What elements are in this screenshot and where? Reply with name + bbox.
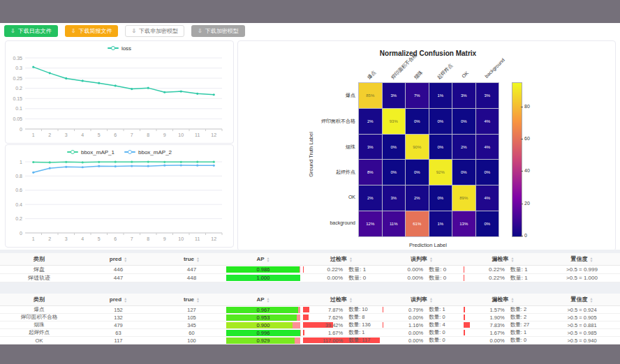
colorbar-tick-label: 60 — [524, 136, 530, 141]
pred-count: 63 — [78, 329, 158, 337]
y-tick-label: 0.35 — [13, 56, 22, 61]
metric-percent: 0.00% — [383, 330, 423, 336]
download-log-button[interactable]: ⇩ 下载日志文件 — [4, 25, 58, 37]
sorter-icon[interactable]: ▲▼ — [429, 257, 433, 262]
download-encrypted-model-button[interactable]: ⇩ 下载加密模型 — [191, 25, 245, 37]
y-tick-label: 0.3 — [15, 66, 22, 70]
class-name: 起焊炸点 — [0, 329, 78, 337]
ap-value: 0.929 — [226, 338, 300, 344]
cm-cell: 13% — [452, 211, 475, 236]
colorbar-tickmark — [521, 204, 523, 204]
misjudge-cell: 0.00%数量: 0 — [381, 274, 462, 282]
column-header-label: 类别 — [34, 255, 45, 263]
download-report-button[interactable]: ⇩ 下载简报文件 — [65, 25, 119, 37]
x-tick-label: 1 — [32, 132, 35, 137]
sorter-icon[interactable]: ▲▼ — [267, 257, 270, 262]
metric-percent: 7.87% — [303, 307, 343, 313]
cm-row-label: OK — [312, 195, 355, 199]
sorter-icon[interactable]: ▲▼ — [511, 297, 515, 303]
x-tick-label: 7 — [131, 236, 133, 241]
table-row: 焊盘4464470.9860.22%数量: 10.00%数量: 00.22%数量… — [0, 266, 620, 274]
column-header-6[interactable]: 漏检率▲▼ — [462, 253, 544, 266]
y-tick-label: 0 — [20, 127, 22, 132]
ap-cell: 1.000 — [225, 274, 302, 282]
x-tick-label: 4 — [81, 132, 84, 137]
sorter-icon[interactable]: ▲▼ — [429, 297, 433, 303]
series-line-bbox_mAP_2 — [34, 165, 214, 172]
pred-count: 152 — [78, 306, 158, 314]
class-name: OK — [0, 337, 78, 344]
column-header-1[interactable]: pred▲▼ — [78, 294, 158, 306]
column-header-label: 过检率 — [330, 296, 347, 303]
metric-count: 数量: 0 — [429, 274, 446, 282]
metric-cell: 39.42%数量: 136 — [303, 321, 380, 328]
class-name: 焊缝轨迹 — [0, 274, 78, 282]
sorter-icon[interactable]: ▲▼ — [124, 297, 127, 303]
column-header-4[interactable]: 过检率▲▼ — [302, 253, 381, 266]
legend-item-loss[interactable]: loss — [108, 45, 131, 52]
x-tick-label: 1 — [32, 236, 35, 241]
ap-cell: 0.929 — [225, 337, 302, 344]
loss-chart-card: loss 00.050.10.150.20.250.30.35123456789… — [5, 40, 234, 144]
y-tick-label: 0.05 — [13, 116, 22, 121]
overkill-cell: 7.62%数量: 8 — [302, 314, 381, 321]
legend-label: loss — [121, 45, 131, 52]
column-header-4[interactable]: 过检率▲▼ — [302, 294, 381, 306]
class-name: 爆点 — [0, 306, 78, 314]
cm-cell: 3% — [452, 83, 475, 108]
sorter-icon[interactable]: ▲▼ — [349, 297, 353, 303]
column-header-label: 过检率 — [330, 255, 347, 263]
metric-percent: 0.79% — [383, 307, 423, 313]
download-unencrypted-model-button[interactable]: ⇩ 下载非加密模型 — [125, 25, 184, 37]
cm-row-label: background — [312, 220, 355, 225]
metric-cell: 7.87%数量: 10 — [303, 306, 380, 313]
metric-count: 数量: 0 — [510, 337, 526, 344]
x-tick-label: 3 — [65, 236, 68, 241]
miss-cell: 0.00%数量: 0 — [462, 337, 544, 344]
column-header-6[interactable]: 漏检率▲▼ — [462, 294, 544, 306]
cm-row-label: 起焊炸点 — [312, 169, 355, 176]
column-header-2[interactable]: true▲▼ — [158, 294, 225, 306]
legend-item-bbox_mAP_2[interactable]: bbox_mAP_2 — [124, 149, 172, 156]
true-count: 60 — [158, 329, 225, 337]
sorter-icon[interactable]: ▲▼ — [196, 257, 200, 262]
confidence-value: >0.5 = 0.999 — [544, 266, 620, 274]
column-header-7[interactable]: 置信度▲▼ — [544, 294, 620, 306]
confusion-matrix-xlabel: Prediction Label — [358, 242, 498, 248]
sorter-icon[interactable]: ▲▼ — [267, 297, 270, 303]
sorter-icon[interactable]: ▲▼ — [590, 257, 593, 262]
metric-count: 数量: 136 — [348, 321, 371, 328]
column-header-5[interactable]: 误判率▲▼ — [381, 294, 462, 306]
ap-value: 0.996 — [226, 330, 300, 336]
x-tick-label: 5 — [98, 132, 101, 137]
column-header-label: 漏检率 — [492, 296, 509, 303]
colorbar-tick-label: 0 — [524, 233, 527, 238]
metric-count: 数量: 1 — [510, 329, 526, 336]
column-header-1[interactable]: pred▲▼ — [78, 253, 158, 266]
column-header-label: 漏检率 — [492, 255, 509, 263]
metric-count: 数量: 2 — [510, 306, 526, 313]
cm-cell: 0% — [383, 135, 406, 160]
column-header-label: 置信度 — [571, 255, 588, 263]
column-header-3[interactable]: AP▲▼ — [225, 253, 302, 266]
column-header-5[interactable]: 误判率▲▼ — [381, 253, 462, 266]
column-header-3[interactable]: AP▲▼ — [225, 294, 302, 306]
column-header-7[interactable]: 置信度▲▼ — [544, 253, 620, 266]
cm-cell: 92% — [429, 160, 452, 185]
sorter-icon[interactable]: ▲▼ — [590, 297, 593, 303]
cm-cell: 85% — [359, 83, 382, 108]
cm-cell: 0% — [406, 160, 429, 185]
miss-cell: 1.57%数量: 2 — [462, 306, 544, 314]
legend-item-bbox_mAP_1[interactable]: bbox_mAP_1 — [67, 149, 115, 156]
column-header-label: 类别 — [34, 296, 45, 303]
series-line-bbox_mAP_1 — [34, 162, 214, 162]
x-tick-label: 4 — [81, 236, 84, 241]
column-header-2[interactable]: true▲▼ — [158, 253, 225, 266]
sorter-icon[interactable]: ▲▼ — [511, 257, 515, 262]
sorter-icon[interactable]: ▲▼ — [349, 257, 353, 262]
download-unencrypted-model-label: 下载非加密模型 — [139, 27, 178, 35]
sorter-icon[interactable]: ▲▼ — [124, 257, 127, 262]
legend-marker-icon — [67, 150, 78, 155]
sorter-icon[interactable]: ▲▼ — [196, 297, 200, 303]
overkill-cell: 7.87%数量: 10 — [302, 306, 381, 314]
